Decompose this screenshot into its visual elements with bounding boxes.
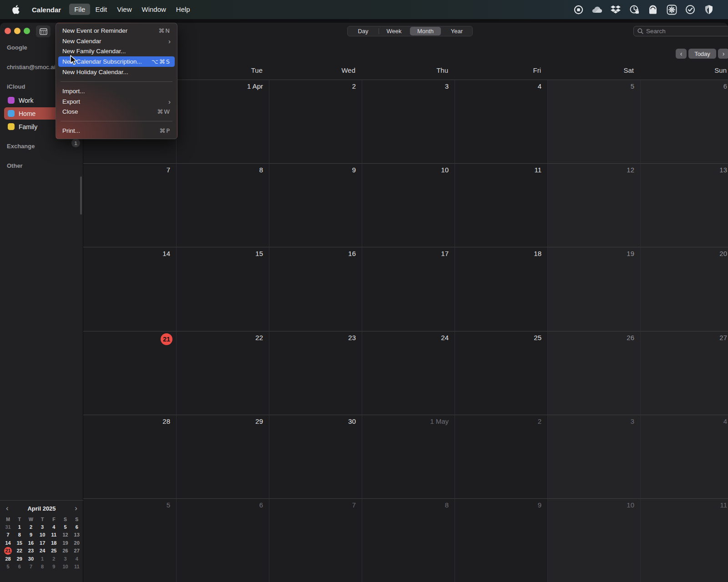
calendar-day-cell[interactable]: 2 bbox=[269, 80, 362, 163]
mini-calendar-day[interactable]: 9 bbox=[25, 531, 36, 539]
mini-calendar-day[interactable]: 26 bbox=[60, 547, 71, 555]
next-month-button[interactable]: › bbox=[718, 49, 728, 59]
mini-calendar-day[interactable]: 11 bbox=[48, 531, 60, 539]
mini-calendar-day[interactable]: 17 bbox=[37, 539, 48, 547]
view-tab-week[interactable]: Week bbox=[379, 26, 410, 36]
sidebar-toggle-button[interactable] bbox=[36, 25, 51, 37]
mini-calendar-day[interactable]: 5 bbox=[60, 523, 71, 531]
calendar-day-cell[interactable]: 10 bbox=[547, 498, 640, 582]
menu-item-new-event-or-reminder[interactable]: New Event or Reminder⌘N bbox=[58, 25, 175, 36]
mini-calendar-day[interactable]: 28 bbox=[2, 555, 14, 562]
calendar-day-cell[interactable]: 30 bbox=[269, 415, 362, 498]
app-menu-title[interactable]: Calendar bbox=[27, 6, 66, 14]
calendar-day-cell[interactable]: 27 bbox=[640, 331, 728, 415]
search-field[interactable] bbox=[633, 26, 728, 36]
mini-calendar-day[interactable]: 15 bbox=[14, 539, 25, 547]
calendar-day-cell[interactable]: 6 bbox=[176, 498, 269, 582]
mini-calendar-day[interactable]: 27 bbox=[71, 547, 82, 555]
today-button[interactable]: Today bbox=[688, 49, 716, 59]
mini-calendar-day[interactable]: 4 bbox=[48, 523, 60, 531]
calendar-day-cell[interactable]: 6 bbox=[640, 80, 728, 163]
mini-calendar-day[interactable]: 19 bbox=[60, 539, 71, 547]
mini-calendar-day[interactable]: 10 bbox=[37, 531, 48, 539]
calendar-day-cell[interactable]: 8 bbox=[176, 163, 269, 247]
calendar-day-cell[interactable]: 1 May bbox=[362, 415, 455, 498]
sidebar-section-exchange[interactable]: Exchange 1 bbox=[7, 143, 35, 150]
close-window-button[interactable] bbox=[5, 28, 11, 34]
mini-calendar-day[interactable]: 4 bbox=[71, 555, 82, 562]
mini-calendar-day[interactable]: 1 bbox=[37, 555, 48, 562]
apple-menu-icon[interactable] bbox=[7, 5, 24, 14]
view-tab-day[interactable]: Day bbox=[348, 26, 379, 36]
calendar-day-cell[interactable]: 14 bbox=[83, 247, 176, 331]
mini-calendar-day[interactable]: 2 bbox=[25, 523, 36, 531]
mini-calendar-day[interactable]: 20 bbox=[71, 539, 82, 547]
menu-item-new-holiday-calendar[interactable]: New Holiday Calendar... bbox=[58, 67, 175, 77]
menubar-item-view[interactable]: View bbox=[112, 4, 136, 15]
mini-calendar-day[interactable]: 7 bbox=[25, 562, 36, 570]
sidebar-scrollbar[interactable] bbox=[80, 176, 82, 215]
calendar-day-cell[interactable]: 2 bbox=[455, 415, 547, 498]
mini-calendar-day[interactable]: 25 bbox=[48, 547, 60, 555]
mini-calendar-day[interactable]: 6 bbox=[14, 562, 25, 570]
calendar-day-cell[interactable]: 1 Apr bbox=[176, 80, 269, 163]
mini-calendar-day[interactable]: 14 bbox=[2, 539, 14, 547]
mini-calendar-day[interactable]: 11 bbox=[71, 562, 82, 570]
calendar-day-cell[interactable]: 11 bbox=[455, 163, 547, 247]
mini-calendar-day[interactable]: 5 bbox=[2, 562, 14, 570]
mini-calendar-day[interactable]: 30 bbox=[25, 555, 36, 562]
calendar-day-cell[interactable]: 12 bbox=[547, 163, 640, 247]
calendar-day-cell[interactable]: 23 bbox=[269, 331, 362, 415]
sidebar-account-google[interactable]: christian@smoc.ai bbox=[7, 64, 55, 70]
view-tab-month[interactable]: Month bbox=[410, 27, 441, 35]
calendar-day-cell[interactable]: 15 bbox=[176, 247, 269, 331]
calendar-day-cell[interactable]: 24 bbox=[362, 331, 455, 415]
mini-calendar-day[interactable]: 3 bbox=[37, 523, 48, 531]
mini-calendar-day[interactable]: 8 bbox=[37, 562, 48, 570]
tasks-check-icon[interactable] bbox=[685, 4, 696, 15]
mini-calendar-day[interactable]: 21 bbox=[2, 547, 14, 555]
calendar-day-cell[interactable]: 13 bbox=[640, 163, 728, 247]
screen-time-lock-icon[interactable] bbox=[629, 4, 640, 15]
menu-item-close[interactable]: Close⌘W bbox=[58, 107, 175, 117]
calendar-day-cell[interactable]: 10 bbox=[362, 163, 455, 247]
mini-calendar-prev-button[interactable]: ‹ bbox=[5, 505, 10, 512]
mini-calendar-day[interactable]: 10 bbox=[60, 562, 71, 570]
menubar-item-file[interactable]: File bbox=[69, 4, 90, 15]
sidebar-section-icloud[interactable]: iCloud bbox=[7, 83, 25, 90]
zoom-window-button[interactable] bbox=[24, 28, 30, 34]
calendar-day-cell[interactable]: 22 bbox=[176, 331, 269, 415]
mini-calendar-day[interactable]: 3 bbox=[60, 555, 71, 562]
menubar-item-help[interactable]: Help bbox=[171, 4, 195, 15]
mini-calendar-next-button[interactable]: › bbox=[73, 505, 79, 512]
dropbox-icon[interactable] bbox=[610, 4, 621, 15]
mini-calendar-day[interactable]: 24 bbox=[37, 547, 48, 555]
mini-calendar-day[interactable]: 23 bbox=[25, 547, 36, 555]
calendar-day-cell[interactable]: 26 bbox=[547, 331, 640, 415]
onedrive-cloud-icon[interactable] bbox=[592, 4, 602, 15]
calendar-day-cell[interactable]: 4 bbox=[455, 80, 547, 163]
calendar-day-cell[interactable]: 16 bbox=[269, 247, 362, 331]
mini-calendar-day[interactable]: 18 bbox=[48, 539, 60, 547]
mini-calendar-day[interactable]: 8 bbox=[14, 531, 25, 539]
calendar-day-cell[interactable]: 5 bbox=[83, 498, 176, 582]
previous-month-button[interactable]: ‹ bbox=[676, 49, 687, 59]
menubar-item-edit[interactable]: Edit bbox=[90, 4, 112, 15]
calendar-day-cell[interactable]: 11 bbox=[640, 498, 728, 582]
mini-calendar-day[interactable]: 12 bbox=[60, 531, 71, 539]
calendar-day-cell[interactable]: 21 bbox=[83, 331, 176, 415]
calendar-day-cell[interactable]: 25 bbox=[455, 331, 547, 415]
record-icon[interactable] bbox=[573, 4, 584, 15]
calendar-day-cell[interactable]: 5 bbox=[547, 80, 640, 163]
mini-calendar-day[interactable]: 29 bbox=[14, 555, 25, 562]
menubar-item-window[interactable]: Window bbox=[136, 4, 171, 15]
mini-calendar-day[interactable]: 13 bbox=[71, 531, 82, 539]
privacy-shield-icon[interactable] bbox=[703, 4, 714, 15]
calendar-day-cell[interactable]: 8 bbox=[362, 498, 455, 582]
mini-calendar-day[interactable]: 31 bbox=[2, 523, 14, 531]
calendar-day-cell[interactable]: 3 bbox=[547, 415, 640, 498]
calendar-day-cell[interactable]: 4 bbox=[640, 415, 728, 498]
calendar-day-cell[interactable]: 9 bbox=[455, 498, 547, 582]
calendar-day-cell[interactable]: 3 bbox=[362, 80, 455, 163]
menu-item-new-calendar[interactable]: New Calendar› bbox=[58, 36, 175, 46]
